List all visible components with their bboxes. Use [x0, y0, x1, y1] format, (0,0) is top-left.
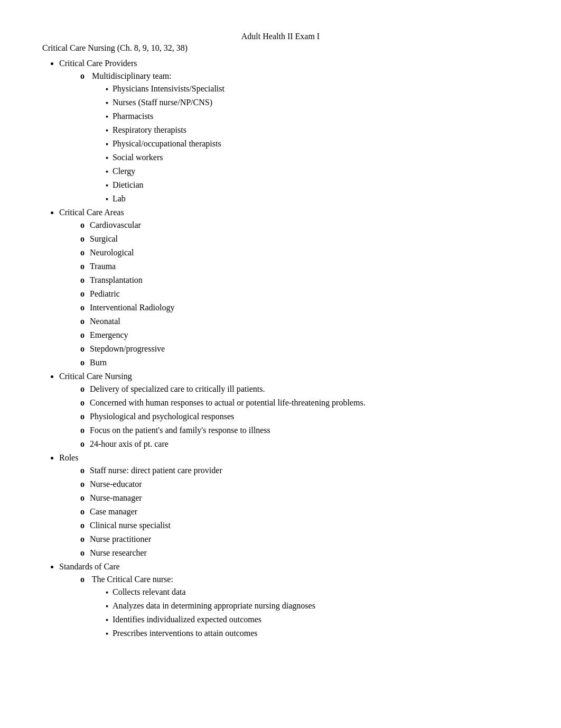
list-item: Staff nurse: direct patient care provide…: [80, 464, 519, 477]
section-label: Critical Care Providers: [59, 59, 137, 68]
list-item: Surgical: [80, 233, 519, 245]
list-item: Interventional Radiology: [80, 301, 519, 314]
section-label: Critical Care Nursing: [59, 372, 132, 381]
list-item: Cardiovascular: [80, 219, 519, 232]
level3-list: Physicians Intensivists/Specialist Nurse…: [106, 82, 519, 205]
list-item: Nurses (Staff nurse/NP/CNS): [106, 96, 519, 109]
list-item: Nurse-manager: [80, 492, 519, 504]
level2-list: Delivery of specialized care to critical…: [80, 383, 519, 450]
level2-list: Staff nurse: direct patient care provide…: [80, 464, 519, 559]
list-item: Transplantation: [80, 274, 519, 287]
list-item: Pediatric: [80, 288, 519, 300]
list-item: Multidisciplinary team: Physicians Inten…: [80, 70, 519, 205]
list-item: Critical Care Providers Multidisciplinar…: [59, 57, 519, 205]
level2-list: Multidisciplinary team: Physicians Inten…: [80, 70, 519, 205]
main-list: Critical Care Providers Multidisciplinar…: [59, 57, 519, 640]
section-label: Standards of Care: [59, 562, 120, 571]
list-item: Burn: [80, 356, 519, 369]
list-item: Clinical nurse specialist: [80, 519, 519, 532]
list-item: Delivery of specialized care to critical…: [80, 383, 519, 395]
list-item: Pharmacists: [106, 110, 519, 123]
list-item: Nurse-educator: [80, 478, 519, 491]
list-item: Critical Care Areas Cardiovascular Surgi…: [59, 206, 519, 369]
list-item: Prescribes interventions to attain outco…: [106, 627, 519, 640]
level2-list: The Critical Care nurse: Collects releva…: [80, 573, 519, 640]
page-subtitle: Critical Care Nursing (Ch. 8, 9, 10, 32,…: [42, 43, 519, 53]
list-item: Nurse researcher: [80, 547, 519, 559]
level3-list: Collects relevant data Analyzes data in …: [106, 586, 519, 640]
list-item: Nurse practitioner: [80, 533, 519, 546]
list-item: Dietician: [106, 179, 519, 191]
list-item: Identifies individualized expected outco…: [106, 613, 519, 626]
page-title: Adult Health II Exam I: [42, 32, 519, 41]
list-item: Neonatal: [80, 315, 519, 328]
section-label: Roles: [59, 453, 78, 462]
list-item: Standards of Care The Critical Care nurs…: [59, 560, 519, 640]
level2-list: Cardiovascular Surgical Neurological Tra…: [80, 219, 519, 369]
subsection-label: Multidisciplinary team:: [92, 71, 172, 80]
list-item: The Critical Care nurse: Collects releva…: [80, 573, 519, 640]
list-item: Social workers: [106, 151, 519, 164]
list-item: Stepdown/progressive: [80, 343, 519, 355]
list-item: Physicians Intensivists/Specialist: [106, 82, 519, 95]
list-item: Trauma: [80, 260, 519, 273]
subsection-label: The Critical Care nurse:: [92, 575, 173, 584]
list-item: Critical Care Nursing Delivery of specia…: [59, 370, 519, 450]
list-item: Analyzes data in determining appropriate…: [106, 600, 519, 612]
list-item: Physical/occupational therapists: [106, 137, 519, 150]
section-label: Critical Care Areas: [59, 208, 124, 217]
list-item: Neurological: [80, 246, 519, 259]
list-item: Emergency: [80, 329, 519, 342]
list-item: Concerned with human responses to actual…: [80, 397, 519, 409]
list-item: Roles Staff nurse: direct patient care p…: [59, 451, 519, 559]
list-item: Collects relevant data: [106, 586, 519, 598]
list-item: Lab: [106, 192, 519, 205]
list-item: Clergy: [106, 165, 519, 178]
list-item: 24-hour axis of pt. care: [80, 438, 519, 450]
list-item: Physiological and psychological response…: [80, 410, 519, 423]
list-item: Focus on the patient's and family's resp…: [80, 424, 519, 437]
list-item: Case manager: [80, 505, 519, 518]
list-item: Respiratory therapists: [106, 124, 519, 136]
